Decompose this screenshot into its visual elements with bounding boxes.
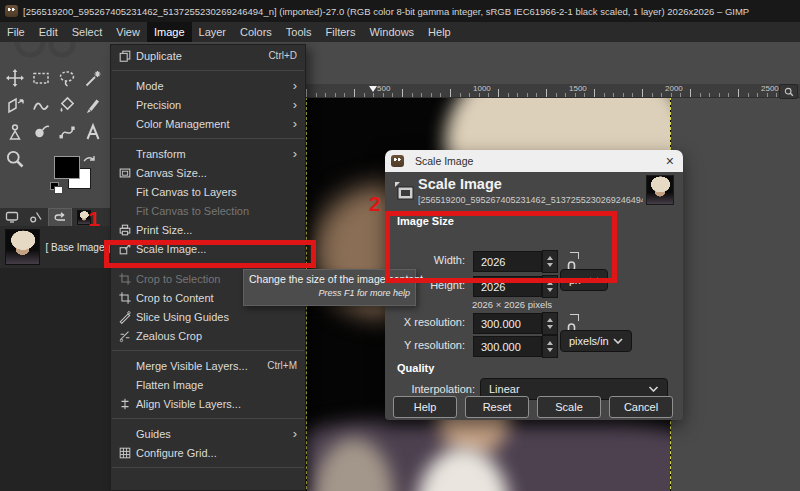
y-resolution-input[interactable]: 300.000 <box>473 336 542 357</box>
menubar-item-view[interactable]: View <box>109 22 147 42</box>
left-dock: [ Base Image ] <box>0 208 110 491</box>
tab-undo-history[interactable] <box>48 208 72 226</box>
menu-item-fit-canvas-to-layers[interactable]: Fit Canvas to Layers <box>111 182 305 201</box>
annotation-box-image-size <box>385 211 617 283</box>
x-resolution-input[interactable]: 300.000 <box>473 313 542 334</box>
window-titlebar[interactable]: [256519200_595267405231462_5137255230269… <box>0 0 800 22</box>
menu-item-canvas-size[interactable]: Canvas Size... <box>111 163 305 182</box>
annotation-step-2: 2 <box>369 192 381 216</box>
menubar-item-tools[interactable]: Tools <box>279 22 319 42</box>
tool-smudge[interactable] <box>28 118 54 145</box>
tool-rectangle-select[interactable] <box>28 64 54 91</box>
tool-paths[interactable] <box>54 118 80 145</box>
magnifier-icon <box>784 87 794 97</box>
menu-item-transform[interactable]: Transform › <box>111 144 305 163</box>
menubar: File Edit Select View Image Layer Colors… <box>0 22 800 42</box>
y-resolution-spinner[interactable] <box>542 335 558 358</box>
chevron-down-icon <box>613 338 623 344</box>
window-title: [256519200_595267405231462_5137255230269… <box>23 6 749 17</box>
scale-button[interactable]: Scale <box>537 396 601 418</box>
smudge-icon <box>31 122 51 142</box>
menu-separator <box>112 70 304 71</box>
menu-item-zealous-crop[interactable]: Zealous Crop <box>111 326 305 345</box>
scale-image-header-icon <box>393 180 417 202</box>
duplicate-icon <box>117 48 133 64</box>
foreground-color-swatch[interactable] <box>54 156 80 179</box>
x-resolution-spinner[interactable] <box>542 312 558 335</box>
paths-icon <box>57 122 77 142</box>
dialog-subtitle: [256519200_595267405231462_5137255230269… <box>418 195 643 205</box>
menu-item-merge-visible-layers[interactable]: Merge Visible Layers... Ctrl+M <box>111 356 305 375</box>
tool-zoom[interactable] <box>2 145 28 172</box>
tool-bucket-fill[interactable] <box>54 91 80 118</box>
tool-fuzzy-select[interactable] <box>80 64 106 91</box>
close-icon[interactable]: × <box>666 154 674 168</box>
menu-item-label: Crop to Content <box>136 292 214 304</box>
tool-free-select[interactable] <box>54 64 80 91</box>
pixel-size-summary: 2026 × 2026 pixels <box>472 299 552 310</box>
menu-item-label: Slice Using Guides <box>136 311 229 323</box>
menubar-item-edit[interactable]: Edit <box>32 22 65 42</box>
submenu-arrow-icon: › <box>293 149 297 159</box>
menu-item-flatten-image[interactable]: Flatten Image <box>111 375 305 394</box>
menu-item-slice-using-guides[interactable]: Slice Using Guides <box>111 307 305 326</box>
menu-item-label: Configure Grid... <box>136 447 217 459</box>
menu-item-color-management[interactable]: Color Management › <box>111 114 305 133</box>
menu-item-print-size[interactable]: Print Size... <box>111 220 305 239</box>
menubar-item-windows[interactable]: Windows <box>362 22 421 42</box>
menu-separator <box>112 418 304 419</box>
resolution-unit-value: pixels/in <box>569 335 609 347</box>
default-colors-icon[interactable] <box>50 182 62 193</box>
tab-screen[interactable] <box>0 208 24 226</box>
interpolation-label: Interpolation: <box>397 383 475 395</box>
menu-item-guides[interactable]: Guides › <box>111 424 305 443</box>
undo-history-item[interactable]: [ Base Image ] <box>0 226 110 268</box>
menubar-item-help[interactable]: Help <box>421 22 458 42</box>
tool-warp[interactable] <box>28 91 54 118</box>
ruler-label: 2500 <box>761 84 779 93</box>
annotation-step-1: 1 <box>88 207 100 231</box>
cancel-button[interactable]: Cancel <box>609 396 673 418</box>
menu-item-mode[interactable]: Mode › <box>111 76 305 95</box>
chevron-down-icon <box>648 386 659 392</box>
annotation-box-scale-image <box>104 240 316 268</box>
help-button[interactable]: Help <box>393 396 457 418</box>
color-swatches <box>50 154 105 204</box>
menu-item-label: Mode <box>136 80 164 92</box>
gimp-wilber-icon <box>5 5 18 17</box>
warp-icon <box>31 95 51 115</box>
toolbox <box>0 42 110 214</box>
menubar-item-layer[interactable]: Layer <box>192 22 234 42</box>
tool-move[interactable] <box>2 64 28 91</box>
menubar-item-colors[interactable]: Colors <box>233 22 279 42</box>
scale-image-dialog: Scale Image × Scale Image [256519200_595… <box>385 150 683 420</box>
menu-item-duplicate[interactable]: Duplicate Ctrl+D <box>111 46 305 65</box>
menu-item-align-visible-layers[interactable]: Align Visible Layers... <box>111 394 305 413</box>
transform-icon <box>5 95 25 115</box>
tab-paint-dynamics[interactable] <box>24 208 48 226</box>
tool-measure[interactable] <box>2 118 28 145</box>
paintbrush-icon <box>83 95 103 115</box>
menubar-item-filters[interactable]: Filters <box>319 22 363 42</box>
ruler-label: 1500 <box>569 84 587 93</box>
menubar-item-file[interactable]: File <box>0 22 32 42</box>
tool-text[interactable] <box>80 118 106 145</box>
menu-separator <box>112 467 304 468</box>
swap-colors-icon[interactable] <box>82 154 96 166</box>
menu-item-label: Canvas Size... <box>136 167 207 179</box>
menu-item-configure-grid[interactable]: Configure Grid... <box>111 443 305 462</box>
dialog-titlebar[interactable]: Scale Image × <box>385 150 683 172</box>
y-resolution-label: Y resolution: <box>393 339 465 351</box>
menu-item-label: Fit Canvas to Selection <box>136 205 249 217</box>
reset-button[interactable]: Reset <box>465 396 529 418</box>
menubar-item-select[interactable]: Select <box>65 22 110 42</box>
menu-item-precision[interactable]: Precision › <box>111 95 305 114</box>
menubar-item-image[interactable]: Image <box>147 22 192 42</box>
resolution-unit-select[interactable]: pixels/in <box>560 330 632 352</box>
tool-transform[interactable] <box>2 91 28 118</box>
tool-paintbrush[interactable] <box>80 91 106 118</box>
dialog-image-thumbnail <box>646 175 674 205</box>
ruler-label: 2000 <box>665 84 683 93</box>
ruler-label: 500 <box>377 84 390 93</box>
zoom-follow-window-button[interactable] <box>779 84 798 99</box>
